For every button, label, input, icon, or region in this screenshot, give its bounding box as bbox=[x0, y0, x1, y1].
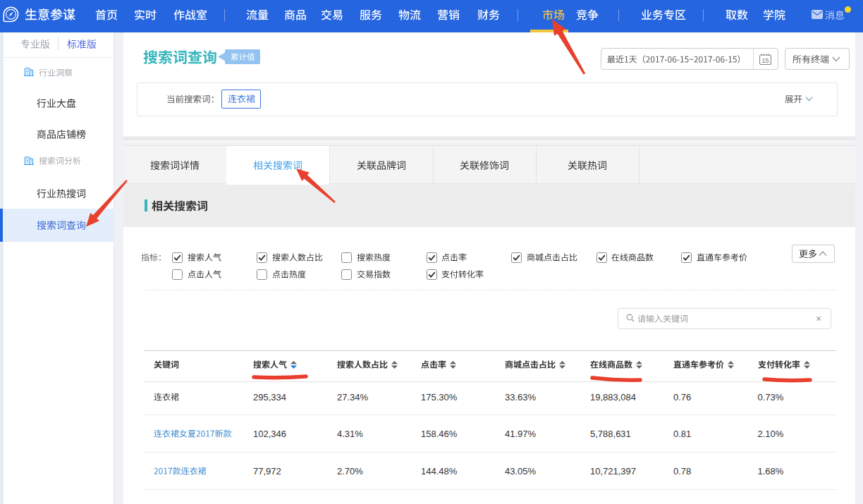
svg-text:15: 15 bbox=[761, 57, 769, 64]
